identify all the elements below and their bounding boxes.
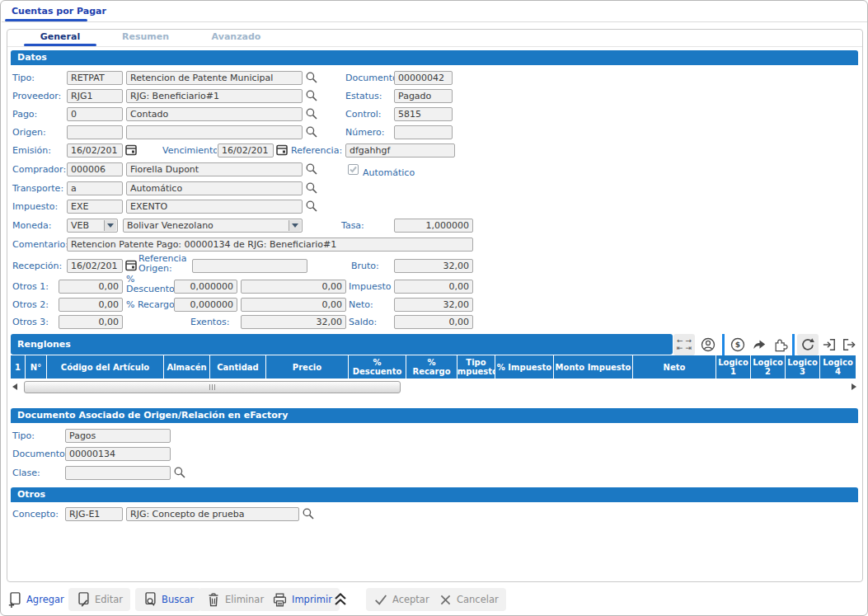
recargo-monto-field[interactable]: 0,00 xyxy=(241,298,346,312)
exentos-field[interactable]: 32,00 xyxy=(241,315,346,329)
tab-avanzado[interactable]: Avanzado xyxy=(197,31,275,44)
impuesto-total-field[interactable]: 0,00 xyxy=(394,280,473,294)
agregar-button[interactable]: Agregar xyxy=(7,588,72,611)
resize-columns-icon[interactable]: ← →⇤ ⇥ xyxy=(673,334,695,355)
scrollbar-right-arrow[interactable] xyxy=(852,383,856,390)
documento-field[interactable]: 00000042 xyxy=(394,71,453,85)
moneda-desc-dropdown-icon[interactable] xyxy=(289,220,301,231)
comentario-field[interactable]: Retencion Patente Pago: 00000134 de RJG:… xyxy=(67,237,473,252)
tab-general[interactable]: General xyxy=(19,31,101,44)
proveedor-search-icon[interactable] xyxy=(305,89,318,102)
grid-col-neto: Neto xyxy=(633,355,716,379)
editar-button[interactable]: Editar xyxy=(68,588,130,611)
automatico-checkbox[interactable] xyxy=(348,164,359,175)
referencia-field[interactable]: dfgahhgf xyxy=(345,143,455,158)
transporte-desc-field[interactable]: Automático xyxy=(126,181,303,195)
concepto-search-icon[interactable] xyxy=(302,507,315,520)
grid-col-monto-impuesto: Monto Impuesto xyxy=(554,355,632,379)
dollar-circle-icon[interactable]: $ xyxy=(727,334,748,355)
forward-arrow-icon[interactable] xyxy=(748,334,770,355)
printer-icon xyxy=(272,592,288,608)
control-field[interactable]: 5815 xyxy=(394,107,453,121)
comentario-label: Comentario: xyxy=(12,239,68,250)
tabs-divider xyxy=(7,46,862,47)
pago-label: Pago: xyxy=(12,109,37,120)
pago-search-icon[interactable] xyxy=(305,107,318,120)
tab-resumen[interactable]: Resumen xyxy=(106,31,185,44)
tasa-label: Tasa: xyxy=(341,220,364,231)
recepcion-calendar-icon[interactable] xyxy=(125,259,137,271)
edit-document-icon xyxy=(76,591,91,608)
vencimiento-field[interactable]: 16/02/201 xyxy=(218,143,274,158)
aceptar-button[interactable]: Aceptar xyxy=(366,588,437,611)
emision-field[interactable]: 16/02/201 xyxy=(67,143,123,158)
buscar-button[interactable]: Buscar xyxy=(135,588,201,611)
otros2-label: Otros 2: xyxy=(12,299,49,310)
neto-field[interactable]: 32,00 xyxy=(394,298,473,312)
tipo-search-icon[interactable] xyxy=(305,71,318,84)
concepto-code-field[interactable]: RJG-E1 xyxy=(65,507,123,521)
impuesto-desc-field[interactable]: EXENTO xyxy=(126,200,303,214)
scrollbar-left-arrow[interactable] xyxy=(12,383,17,390)
concepto-desc-field[interactable]: RJG: Concepto de prueba xyxy=(126,507,299,521)
import-icon[interactable] xyxy=(819,334,840,355)
tipo-code-field[interactable]: RETPAT xyxy=(67,71,123,85)
bruto-field[interactable]: 32,00 xyxy=(394,259,473,273)
imprimir-button[interactable]: Imprimir xyxy=(265,588,340,611)
moneda-desc-select[interactable]: Bolivar Venezolano xyxy=(123,219,303,233)
otros3-field[interactable]: 0,00 xyxy=(59,315,123,329)
documento-label: Documento xyxy=(345,73,398,83)
tasa-field[interactable]: 1,000000 xyxy=(394,219,473,233)
comprador-desc-field[interactable]: Fiorella Dupont xyxy=(126,162,303,176)
clase-field[interactable] xyxy=(65,466,171,480)
tipo-label: Tipo: xyxy=(12,73,35,83)
transporte-code-field[interactable]: a xyxy=(67,181,123,195)
impuesto-code-field[interactable]: EXE xyxy=(67,200,123,214)
numero-field[interactable] xyxy=(394,125,453,139)
doc-asociado-tipo-field[interactable]: Pagos xyxy=(65,429,171,443)
buscar-button-label: Buscar xyxy=(162,594,194,605)
export-icon[interactable] xyxy=(838,334,860,355)
descuento-pct-field[interactable]: 0,000000 xyxy=(174,280,237,294)
referencia-origen-label: Referencia Origen: xyxy=(138,254,191,274)
recepcion-field[interactable]: 16/02/201 xyxy=(67,259,123,273)
transporte-search-icon[interactable] xyxy=(305,181,318,195)
user-circle-icon[interactable] xyxy=(697,334,719,355)
plugin-puzzle-icon[interactable] xyxy=(770,334,791,355)
clase-search-icon[interactable] xyxy=(173,466,186,479)
section-doc-asociado-header: Documento Asociado de Origen/Relación en… xyxy=(11,408,858,423)
grid-col-precio: Precio xyxy=(266,355,348,379)
svg-text:$: $ xyxy=(735,340,740,349)
cancelar-button[interactable]: Cancelar xyxy=(431,588,506,611)
comprador-label: Comprador: xyxy=(12,164,66,175)
origen-search-icon[interactable] xyxy=(305,125,318,139)
comprador-search-icon[interactable] xyxy=(305,162,318,176)
otros1-field[interactable]: 0,00 xyxy=(59,280,123,294)
vencimiento-calendar-icon[interactable] xyxy=(276,143,288,156)
tipo-desc-field[interactable]: Retencion de Patente Municipal xyxy=(126,71,303,85)
comprador-code-field[interactable]: 000006 xyxy=(67,162,123,176)
impuesto-search-icon[interactable] xyxy=(305,200,318,213)
origen-code-field[interactable] xyxy=(67,125,123,139)
proveedor-code-field[interactable]: RJG1 xyxy=(67,89,123,103)
descuento-monto-field[interactable]: 0,00 xyxy=(241,280,346,294)
emision-calendar-icon[interactable] xyxy=(125,143,137,156)
doc-asociado-documento-field[interactable]: 00000134 xyxy=(65,447,171,461)
scrollbar-thumb[interactable] xyxy=(24,381,401,393)
refresh-icon[interactable] xyxy=(797,334,819,355)
eliminar-button[interactable]: Eliminar xyxy=(199,588,271,611)
pago-desc-field[interactable]: Contado xyxy=(126,107,303,121)
window-title[interactable]: Cuentas por Pagar xyxy=(12,6,106,16)
otros2-field[interactable]: 0,00 xyxy=(59,298,123,312)
moneda-code-select[interactable]: VEB xyxy=(67,219,118,233)
origen-desc-field[interactable] xyxy=(126,125,303,139)
pago-code-field[interactable]: 0 xyxy=(67,107,123,121)
saldo-field[interactable]: 0,00 xyxy=(394,315,473,329)
referencia-origen-field[interactable] xyxy=(192,259,307,273)
proveedor-desc-field[interactable]: RJG: Beneficiario#1 xyxy=(126,89,303,103)
recargo-pct-field[interactable]: 0,000000 xyxy=(174,298,237,312)
neto-label: Neto: xyxy=(349,299,373,310)
moneda-code-dropdown-icon[interactable] xyxy=(104,220,116,231)
collapse-toolbar-icon[interactable] xyxy=(331,590,350,609)
estatus-field[interactable]: Pagado xyxy=(394,89,453,103)
